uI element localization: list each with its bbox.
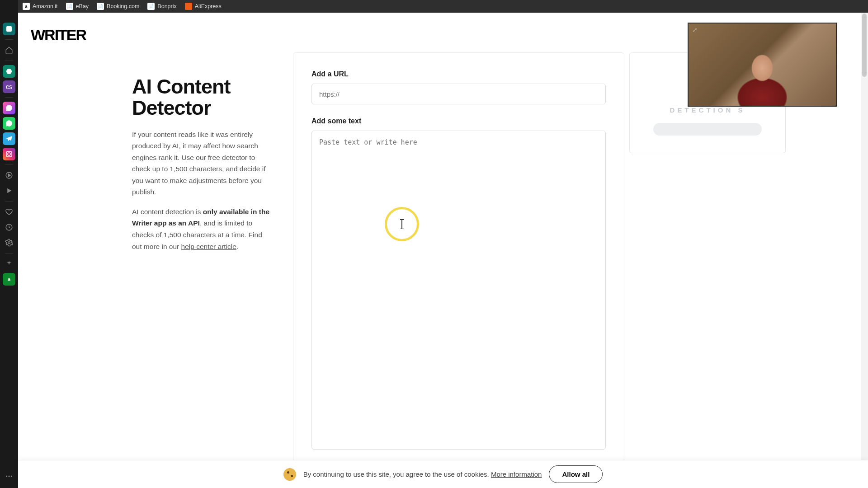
rail-history-icon[interactable] <box>3 221 15 234</box>
url-input[interactable] <box>311 84 606 104</box>
intro-p2-prefix: AI content detection is <box>132 208 203 216</box>
rail-whatsapp-icon[interactable] <box>3 117 15 130</box>
detection-bar <box>653 123 762 136</box>
svg-point-9 <box>6 476 7 477</box>
rail-separator <box>5 201 13 202</box>
rail-settings-icon[interactable] <box>3 236 15 249</box>
document-icon: 📄 <box>147 3 155 10</box>
webcam-overlay: ⤢ <box>688 23 837 107</box>
bookmark-ebay[interactable]: 📄 eBay <box>66 3 89 10</box>
bookmark-booking[interactable]: 📄 Booking.com <box>97 3 139 10</box>
rail-heart-icon[interactable] <box>3 206 15 218</box>
url-label: Add a URL <box>311 70 606 78</box>
rail-app3-icon[interactable]: a <box>3 273 15 286</box>
text-label: Add some text <box>311 117 606 125</box>
bookmark-label: Bonprix <box>157 3 176 9</box>
cookie-message: By continuing to use this site, you agre… <box>303 470 491 478</box>
rail-separator <box>5 61 13 61</box>
rail-separator <box>5 164 13 165</box>
rail-media-icon[interactable] <box>3 169 15 182</box>
bookmark-label: AliExpress <box>195 3 222 9</box>
svg-point-10 <box>9 476 10 477</box>
intro-p2-end: . <box>236 243 238 250</box>
bookmark-aliexpress[interactable]: AliExpress <box>185 3 222 10</box>
rail-more-icon[interactable] <box>3 470 15 483</box>
svg-marker-6 <box>7 188 11 193</box>
intro-paragraph-2: AI content detection is only available i… <box>132 206 272 252</box>
detection-score-label: DETECTION S <box>643 106 772 114</box>
bookmark-label: eBay <box>76 3 89 9</box>
scrollbar[interactable] <box>861 13 868 488</box>
rail-sparkle-icon[interactable] <box>3 258 15 270</box>
intro-paragraph-1: If your content reads like it was entire… <box>132 129 272 198</box>
cookie-more-link[interactable]: More information <box>491 470 542 478</box>
svg-point-1 <box>6 69 12 74</box>
rail-app2-icon[interactable]: cs <box>3 80 15 93</box>
detector-card: Add a URL Add some text Analyze text <box>293 52 624 488</box>
bookmark-amazon[interactable]: a Amazon.it <box>23 3 58 10</box>
cookie-allow-button[interactable]: Allow all <box>549 465 603 483</box>
rail-play-icon[interactable] <box>3 184 15 197</box>
cookie-text: By continuing to use this site, you agre… <box>303 470 542 478</box>
bookmark-label: Amazon.it <box>33 3 58 9</box>
writer-logo[interactable]: WRITER <box>31 26 86 44</box>
rail-workspace-icon[interactable] <box>3 23 15 35</box>
scrollbar-thumb[interactable] <box>862 14 867 77</box>
svg-point-8 <box>8 242 10 244</box>
svg-point-11 <box>11 476 12 477</box>
rail-instagram-icon[interactable] <box>3 148 15 160</box>
document-icon: 📄 <box>97 3 104 10</box>
browser-left-rail: cs a <box>0 0 18 488</box>
bookmark-aliexpress-icon <box>185 3 192 10</box>
svg-marker-5 <box>9 174 11 177</box>
rail-app1-icon[interactable] <box>3 65 15 78</box>
rail-telegram-icon[interactable] <box>3 132 15 145</box>
expand-icon: ⤢ <box>692 26 698 33</box>
svg-rect-2 <box>6 151 12 157</box>
bookmarks-bar: a Amazon.it 📄 eBay 📄 Booking.com 📄 Bonpr… <box>18 0 868 13</box>
page-title: AI Content Detector <box>132 76 272 119</box>
rail-separator <box>5 253 13 253</box>
rail-messenger-icon[interactable] <box>3 102 15 114</box>
text-input[interactable] <box>311 131 606 450</box>
svg-rect-0 <box>6 26 12 32</box>
rail-separator <box>5 97 13 98</box>
cookie-icon <box>283 468 296 481</box>
svg-point-3 <box>8 153 10 155</box>
intro-column: AI Content Detector If your content read… <box>132 76 272 260</box>
cookie-banner: By continuing to use this site, you agre… <box>18 460 868 488</box>
rail-separator <box>5 39 13 40</box>
bookmark-amazon-icon: a <box>23 3 30 10</box>
bookmark-label: Booking.com <box>107 3 139 9</box>
bookmark-bonprix[interactable]: 📄 Bonprix <box>147 3 176 10</box>
document-icon: 📄 <box>66 3 73 10</box>
help-center-link[interactable]: help center article <box>181 243 236 250</box>
rail-home-icon[interactable] <box>3 44 15 56</box>
